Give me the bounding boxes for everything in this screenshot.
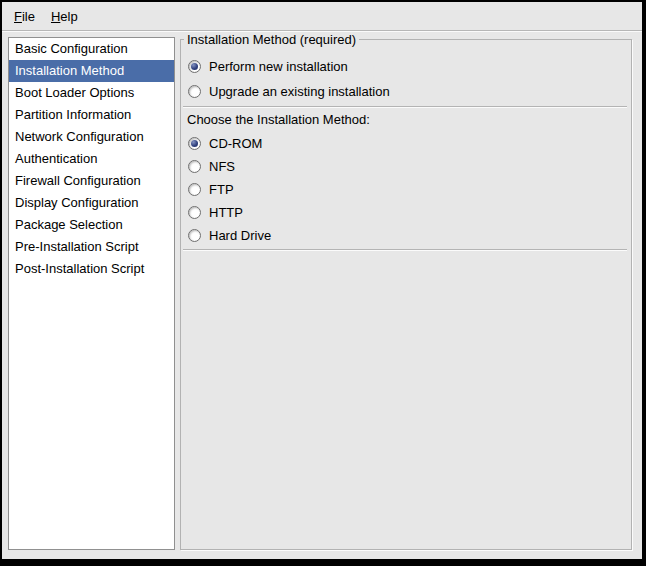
content-area: Basic Configuration Installation Method … — [2, 31, 642, 559]
radio-perform-new-installation[interactable]: Perform new installation — [181, 54, 631, 79]
sidebar-item-pre-installation-script[interactable]: Pre-Installation Script — [9, 236, 174, 258]
menu-file[interactable]: File — [6, 6, 43, 27]
sidebar-item-installation-method[interactable]: Installation Method — [9, 60, 174, 82]
radio-label: Hard Drive — [209, 228, 271, 243]
radio-button-icon[interactable] — [188, 206, 201, 219]
sidebar-item-partition-information[interactable]: Partition Information — [9, 104, 174, 126]
radio-http[interactable]: HTTP — [181, 201, 631, 224]
sidebar-item-boot-loader-options[interactable]: Boot Loader Options — [9, 82, 174, 104]
frame-title: Installation Method (required) — [184, 32, 359, 47]
radio-ftp[interactable]: FTP — [181, 178, 631, 201]
sidebar-item-network-configuration[interactable]: Network Configuration — [9, 126, 174, 148]
kickstart-configurator-window: File Help Basic Configuration Installati… — [0, 0, 646, 566]
radio-label: Upgrade an existing installation — [209, 84, 390, 99]
radio-button-icon[interactable] — [188, 137, 201, 150]
radio-label: FTP — [209, 182, 234, 197]
radio-button-icon[interactable] — [188, 183, 201, 196]
sidebar-item-package-selection[interactable]: Package Selection — [9, 214, 174, 236]
category-list: Basic Configuration Installation Method … — [8, 37, 175, 550]
radio-button-icon[interactable] — [188, 85, 201, 98]
radio-label: CD-ROM — [209, 136, 262, 151]
radio-label: HTTP — [209, 205, 243, 220]
frame-body: Perform new installation Upgrade an exis… — [181, 40, 631, 251]
installation-method-panel: Installation Method (required) Perform n… — [180, 39, 632, 550]
radio-button-icon[interactable] — [188, 60, 201, 73]
separator — [183, 249, 627, 251]
radio-hard-drive[interactable]: Hard Drive — [181, 224, 631, 247]
menu-help[interactable]: Help — [43, 6, 86, 27]
radio-button-icon[interactable] — [188, 160, 201, 173]
radio-nfs[interactable]: NFS — [181, 155, 631, 178]
sidebar-item-display-configuration[interactable]: Display Configuration — [9, 192, 174, 214]
sidebar-item-basic-configuration[interactable]: Basic Configuration — [9, 38, 174, 60]
radio-cdrom[interactable]: CD-ROM — [181, 132, 631, 155]
sidebar-item-firewall-configuration[interactable]: Firewall Configuration — [9, 170, 174, 192]
sidebar-item-post-installation-script[interactable]: Post-Installation Script — [9, 258, 174, 280]
choose-method-label: Choose the Installation Method: — [181, 108, 631, 132]
sidebar-item-authentication[interactable]: Authentication — [9, 148, 174, 170]
radio-upgrade-existing-installation[interactable]: Upgrade an existing installation — [181, 79, 631, 104]
radio-label: Perform new installation — [209, 59, 348, 74]
radio-button-icon[interactable] — [188, 229, 201, 242]
menubar: File Help — [2, 2, 642, 31]
radio-label: NFS — [209, 159, 235, 174]
